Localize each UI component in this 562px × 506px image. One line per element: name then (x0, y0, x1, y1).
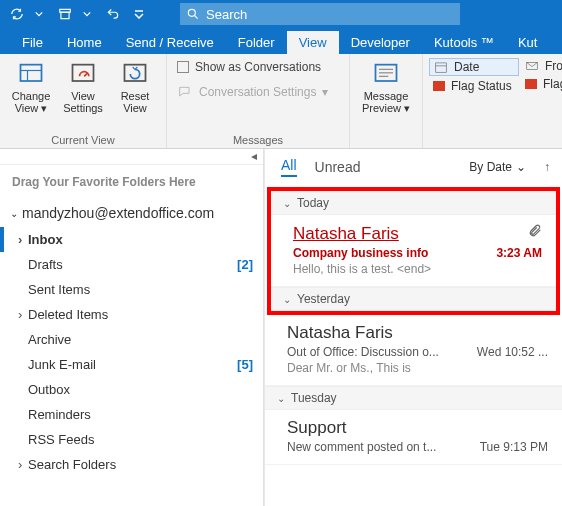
folder-inbox[interactable]: ›Inbox (0, 227, 263, 252)
arrange-flag-status[interactable]: Flag Status (429, 78, 519, 94)
flag-icon (433, 81, 445, 91)
message-sender: Support (287, 418, 347, 438)
message-item[interactable]: Natasha Faris Out of Office: Discussion … (265, 315, 562, 386)
message-list-pane: All Unread By Date⌄ ↑ ⌄Today Natasha Far… (264, 149, 562, 506)
folder-list: ›Inbox Drafts[2] Sent Items ›Deleted Ite… (0, 227, 263, 477)
chevron-down-icon: ⌄ (283, 198, 291, 209)
arrange-flag-start[interactable]: Flag: Sta (521, 76, 562, 92)
message-preview: Hello, this is a test. <end> (293, 262, 542, 276)
from-icon (525, 59, 539, 73)
svg-rect-1 (61, 12, 69, 18)
message-sender: Natasha Faris (287, 323, 393, 343)
attachment-icon (528, 223, 542, 242)
filter-unread[interactable]: Unread (315, 159, 361, 175)
message-item[interactable]: Natasha Faris Company business info3:23 … (271, 215, 556, 287)
sort-direction-icon[interactable]: ↑ (544, 160, 550, 174)
highlight-box: ⌄Today Natasha Faris Company business in… (267, 187, 560, 315)
conversation-icon (177, 84, 193, 100)
folder-archive[interactable]: Archive (0, 327, 263, 352)
message-time: Tue 9:13 PM (480, 440, 548, 454)
folder-junk[interactable]: Junk E-mail[5] (0, 352, 263, 377)
change-view-icon (17, 60, 45, 88)
tab-developer[interactable]: Developer (339, 31, 422, 54)
main-area: ◂ Drag Your Favorite Folders Here ⌄ mand… (0, 149, 562, 506)
quick-access-toolbar (0, 3, 156, 25)
chevron-down-icon: ⌄ (10, 208, 18, 219)
svg-line-9 (84, 73, 88, 77)
undo-icon[interactable] (102, 3, 124, 25)
tab-folder[interactable]: Folder (226, 31, 287, 54)
search-placeholder: Search (206, 7, 247, 22)
svg-rect-8 (73, 65, 94, 81)
message-preview: Dear Mr. or Ms., This is (287, 361, 548, 375)
checkbox-icon (177, 61, 189, 73)
svg-rect-15 (436, 63, 447, 72)
message-preview-label: Message Preview (362, 90, 408, 114)
folder-sent-items[interactable]: Sent Items (0, 277, 263, 302)
group-messages: Show as Conversations Conversation Setti… (167, 54, 350, 148)
search-box[interactable]: Search (180, 3, 460, 25)
ribbon: Change View ▾ View Settings Reset View C… (0, 54, 562, 149)
chevron-down-icon: ⌄ (283, 294, 291, 305)
folder-deleted-items[interactable]: ›Deleted Items (0, 302, 263, 327)
message-subject: New comment posted on t... (287, 440, 436, 454)
svg-rect-5 (21, 65, 42, 81)
arrange-date[interactable]: Date (429, 58, 519, 76)
archive-icon[interactable] (54, 3, 76, 25)
show-conversations-label: Show as Conversations (195, 60, 321, 74)
change-view-button[interactable]: Change View ▾ (6, 58, 56, 116)
group-tuesday[interactable]: ⌄Tuesday (265, 386, 562, 410)
show-conversations-checkbox[interactable]: Show as Conversations (173, 58, 343, 76)
tab-home[interactable]: Home (55, 31, 114, 54)
svg-point-3 (188, 9, 195, 16)
chevron-down-icon[interactable] (76, 3, 98, 25)
message-subject: Out of Office: Discussion o... (287, 345, 439, 359)
messages-group-label: Messages (173, 132, 343, 146)
tab-send-receive[interactable]: Send / Receive (114, 31, 226, 54)
reset-view-button[interactable]: Reset View (110, 58, 160, 116)
qat-customize-icon[interactable] (128, 3, 150, 25)
svg-line-4 (195, 16, 198, 19)
filter-bar: All Unread By Date⌄ ↑ (265, 149, 562, 187)
chevron-down-icon[interactable] (28, 3, 50, 25)
title-bar: Search (0, 0, 562, 28)
collapse-handle[interactable]: ◂ (0, 149, 263, 165)
chevron-down-icon: ⌄ (516, 160, 526, 174)
reset-view-icon (121, 60, 149, 88)
folder-drafts[interactable]: Drafts[2] (0, 252, 263, 277)
message-preview-button[interactable]: Message Preview ▾ (356, 58, 416, 116)
tab-kutools2[interactable]: Kut (506, 31, 550, 54)
view-settings-icon (69, 60, 97, 88)
folder-outbox[interactable]: Outbox (0, 377, 263, 402)
tab-view[interactable]: View (287, 31, 339, 54)
view-settings-label: View Settings (60, 90, 106, 114)
account-header[interactable]: ⌄ mandyzhou@extendoffice.com (0, 199, 263, 227)
folder-search-folders[interactable]: ›Search Folders (0, 452, 263, 477)
group-current-view: Change View ▾ View Settings Reset View C… (0, 54, 167, 148)
ribbon-tabs: File Home Send / Receive Folder View Dev… (0, 28, 562, 54)
favorites-drop-area[interactable]: Drag Your Favorite Folders Here (0, 165, 263, 199)
group-today[interactable]: ⌄Today (271, 191, 556, 215)
folder-rss[interactable]: RSS Feeds (0, 427, 263, 452)
sort-by-date[interactable]: By Date⌄ (469, 160, 526, 174)
current-view-group-label: Current View (6, 132, 160, 146)
message-time: 3:23 AM (496, 246, 542, 260)
view-settings-button[interactable]: View Settings (58, 58, 108, 116)
reset-view-label: Reset View (112, 90, 158, 114)
sync-icon[interactable] (6, 3, 28, 25)
conversation-settings-label: Conversation Settings (199, 85, 316, 99)
message-subject: Company business info (293, 246, 428, 260)
message-item[interactable]: Support New comment posted on t...Tue 9:… (265, 410, 562, 465)
arrange-from[interactable]: From (521, 58, 562, 74)
chevron-down-icon: ▾ (322, 85, 328, 99)
group-yesterday[interactable]: ⌄Yesterday (271, 287, 556, 311)
filter-all[interactable]: All (281, 157, 297, 177)
folder-pane: ◂ Drag Your Favorite Folders Here ⌄ mand… (0, 149, 264, 506)
group-arrangement: Date Flag Status From Flag: Sta (423, 54, 562, 148)
conversation-settings-button: Conversation Settings ▾ (173, 82, 343, 102)
group-preview: Message Preview ▾ (350, 54, 423, 148)
folder-reminders[interactable]: Reminders (0, 402, 263, 427)
tab-file[interactable]: File (10, 31, 55, 54)
tab-kutools[interactable]: Kutools ™ (422, 31, 506, 54)
arrange-date-label: Date (454, 60, 479, 74)
